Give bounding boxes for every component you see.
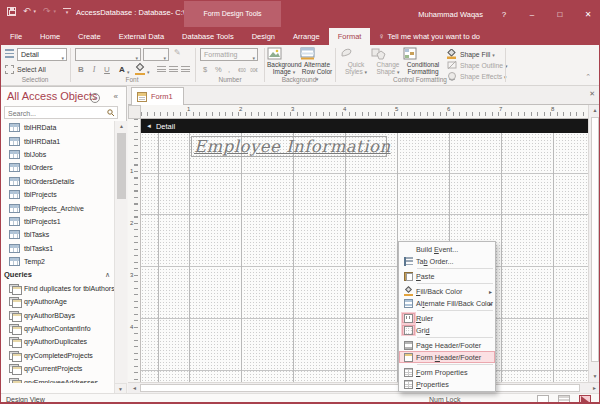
conditional-formatting-button[interactable]: Conditional Formatting bbox=[403, 47, 443, 75]
collapse-ribbon-icon[interactable]: ⌃ bbox=[585, 73, 591, 81]
nav-table-temp2[interactable]: Temp2 bbox=[1, 255, 114, 268]
scroll-up-icon[interactable]: ▲ bbox=[589, 105, 600, 116]
percent-format-button[interactable]: % bbox=[215, 65, 222, 74]
nav-pane-collapse-icon[interactable]: « bbox=[114, 92, 118, 101]
scroll-left-icon[interactable]: ◄ bbox=[129, 383, 140, 393]
menu-item-form-properties[interactable]: Form Properties bbox=[399, 366, 495, 378]
menu-item-alternate-fill-back-color[interactable]: Alternate Fill/Back Color▸ bbox=[399, 297, 495, 309]
nav-query-qryauthorage[interactable]: qryAuthorAge bbox=[1, 295, 114, 308]
nav-scrollbar-thumb[interactable] bbox=[117, 133, 126, 199]
bold-button[interactable]: B bbox=[75, 65, 87, 74]
nav-section-queries[interactable]: Queries∧ bbox=[1, 268, 114, 281]
nav-scrollbar[interactable]: ▲ bbox=[114, 121, 127, 383]
design-view-icon[interactable] bbox=[579, 395, 591, 404]
nav-query-qrycurrentprojects[interactable]: qryCurrentProjects bbox=[1, 362, 114, 375]
scroll-up-icon[interactable]: ▲ bbox=[115, 121, 128, 131]
nav-table-tblhrdata1[interactable]: tblHRData1 bbox=[1, 134, 114, 147]
nav-query-qryauthorcontantinfo[interactable]: qryAuthorContantInfo bbox=[1, 322, 114, 335]
align-center-icon[interactable] bbox=[169, 66, 178, 74]
nav-table-tblorders[interactable]: tblOrders bbox=[1, 161, 114, 174]
ruler-origin-box[interactable] bbox=[128, 105, 141, 119]
nav-query-qryemployeeaddresses[interactable]: qryEmployeeAddresses bbox=[1, 375, 114, 383]
tab-file[interactable]: File bbox=[1, 28, 31, 45]
collapse-section-icon[interactable]: ∧ bbox=[105, 271, 110, 279]
nav-table-tblprojects1[interactable]: tblProjects1 bbox=[1, 215, 114, 228]
search-icon[interactable] bbox=[107, 109, 115, 117]
menu-item-build-event[interactable]: Build Event... bbox=[399, 243, 495, 255]
font-name-combo[interactable]: ▾ bbox=[75, 48, 141, 61]
number-format-combo[interactable]: Formatting▾ bbox=[200, 48, 258, 61]
nav-table-tbltasks[interactable]: tblTasks bbox=[1, 228, 114, 241]
tab-design[interactable]: Design bbox=[243, 28, 284, 45]
underline-button[interactable]: U bbox=[101, 65, 113, 74]
horizontal-scrollbar-thumb[interactable] bbox=[140, 384, 580, 392]
menu-item-form-header-footer[interactable]: Form Header/Footer bbox=[399, 351, 495, 363]
object-tab-form1[interactable]: Form1 bbox=[131, 87, 184, 105]
nav-query-qryauthorbdays[interactable]: qryAuthorBDays bbox=[1, 308, 114, 321]
fill-color-button[interactable] bbox=[135, 64, 146, 75]
italic-button[interactable]: I bbox=[88, 65, 100, 74]
minimize-button[interactable]: – bbox=[525, 10, 539, 19]
layout-view-icon[interactable] bbox=[558, 395, 570, 404]
form-title-label-control[interactable]: Employee Information bbox=[191, 136, 387, 157]
tab-external-data[interactable]: External Data bbox=[110, 28, 173, 45]
font-color-dropdown-icon[interactable]: ▾ bbox=[127, 69, 130, 75]
comma-format-button[interactable]: , bbox=[228, 65, 230, 74]
object-tab-close-icon[interactable]: ✕ bbox=[589, 90, 595, 98]
nav-table-tblordersdetails[interactable]: tblOrdersDetails bbox=[1, 175, 114, 188]
detail-section-bar[interactable]: ◄ Detail bbox=[141, 119, 588, 133]
menu-item-page-header-footer[interactable]: Page Header/Footer bbox=[399, 339, 495, 351]
nav-table-tbltasks1[interactable]: tblTasks1 bbox=[1, 242, 114, 255]
menu-item-paste[interactable]: Paste bbox=[399, 270, 495, 282]
tell-me-box[interactable]: ♀Tell me what you want to do bbox=[370, 28, 488, 45]
vertical-ruler[interactable]: 1234 bbox=[128, 119, 141, 382]
form-design-grid[interactable]: Employee Information bbox=[141, 133, 588, 382]
fill-color-dropdown-icon[interactable]: ▾ bbox=[147, 69, 150, 75]
nav-query-qryauthorduplicates[interactable]: qryAuthorDuplicates bbox=[1, 335, 114, 348]
canvas-vertical-scrollbar[interactable]: ▲ ▼ bbox=[588, 105, 600, 382]
tab-format[interactable]: Format bbox=[329, 28, 371, 45]
nav-table-tblhrdata[interactable]: tblHRData bbox=[1, 121, 114, 134]
scroll-down-icon[interactable]: ▼ bbox=[589, 371, 600, 382]
undo-dropdown-icon[interactable]: ▾ bbox=[34, 8, 37, 14]
search-input[interactable] bbox=[8, 108, 104, 118]
nav-table-tblprojects-archive[interactable]: tblProjects_Archive bbox=[1, 201, 114, 214]
select-all-button[interactable]: Select All bbox=[5, 65, 46, 74]
tab-arrange[interactable]: Arrange bbox=[284, 28, 329, 45]
nav-query-qrycompletedprojects[interactable]: qryCompletedProjects bbox=[1, 349, 114, 362]
currency-format-button[interactable]: $ bbox=[203, 65, 207, 74]
horizontal-ruler[interactable]: 12345678 bbox=[141, 105, 588, 119]
undo-icon[interactable]: ↶ bbox=[23, 6, 31, 16]
tab-database-tools[interactable]: Database Tools bbox=[173, 28, 243, 45]
menu-item-grid[interactable]: Grid bbox=[399, 324, 495, 336]
increase-decimals-icon[interactable]: €00 bbox=[237, 67, 247, 74]
change-shape-button[interactable]: Change Shape ▾ bbox=[371, 47, 405, 76]
account-name[interactable]: Muhammad Waqas bbox=[418, 10, 483, 19]
menu-item-ruler[interactable]: Ruler bbox=[399, 312, 495, 324]
font-size-combo[interactable]: ▾ bbox=[143, 48, 169, 61]
align-right-icon[interactable] bbox=[181, 66, 190, 74]
font-color-button[interactable]: A bbox=[119, 65, 125, 74]
menu-item-properties[interactable]: Properties bbox=[399, 378, 495, 390]
quick-styles-button[interactable]: Quick Styles ▾ bbox=[339, 47, 373, 76]
decrease-decimals-icon[interactable]: 00€ bbox=[249, 67, 259, 74]
customize-quick-access-icon[interactable]: ▾ bbox=[63, 8, 71, 15]
form-view-icon[interactable] bbox=[537, 395, 549, 404]
save-icon[interactable] bbox=[7, 7, 16, 16]
nav-pane-menu-icon[interactable]: ▾ bbox=[90, 93, 100, 103]
shape-fill-button[interactable]: Shape Fill ▾ bbox=[447, 49, 495, 59]
help-button[interactable]: ? bbox=[497, 10, 511, 19]
tab-create[interactable]: Create bbox=[69, 28, 110, 45]
maximize-button[interactable]: □ bbox=[553, 10, 567, 19]
section-selector-combo[interactable]: Detail▾ bbox=[17, 48, 67, 61]
menu-item-fill-back-color[interactable]: Fill/Back Color▸ bbox=[399, 285, 495, 297]
nav-table-tbljobs[interactable]: tblJobs bbox=[1, 148, 114, 161]
background-image-button[interactable]: Background Image ▾ bbox=[267, 47, 301, 76]
close-button[interactable]: ✕ bbox=[581, 10, 595, 19]
nav-query-find-duplicates-for-tblauthors[interactable]: Find duplicates for tblAuthors bbox=[1, 282, 114, 295]
scroll-right-icon[interactable]: ► bbox=[589, 383, 600, 393]
nav-table-tblprojects[interactable]: tblProjects bbox=[1, 188, 114, 201]
canvas-horizontal-scrollbar[interactable]: ◄ ► bbox=[128, 382, 600, 393]
align-left-icon[interactable] bbox=[157, 66, 166, 74]
menu-item-tab-order[interactable]: Tab Order... bbox=[399, 255, 495, 267]
